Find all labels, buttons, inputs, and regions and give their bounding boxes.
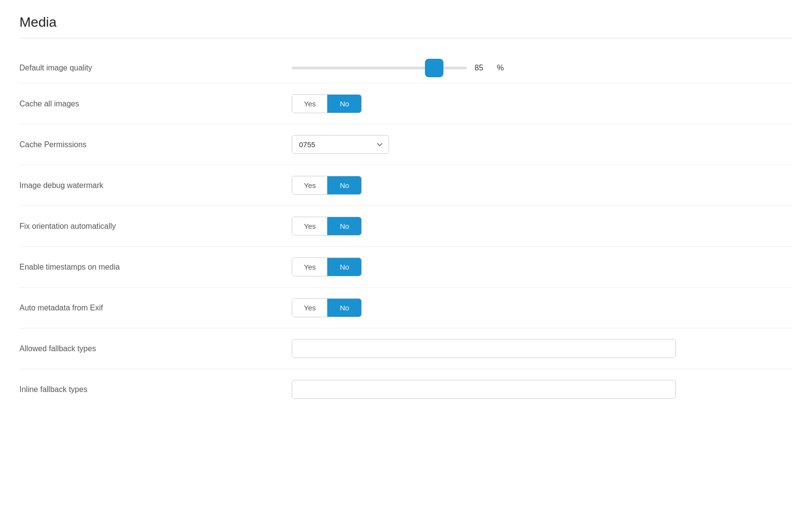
toggle-group-auto-metadata-from-exif: Yes No [292, 298, 362, 317]
input-inline-fallback-types[interactable] [292, 380, 676, 399]
row-auto-metadata-from-exif: Auto metadata from Exif Yes No [19, 288, 793, 328]
slider-unit-display: % [497, 64, 504, 72]
section-divider [19, 38, 793, 38]
row-cache-all-images: Cache all images Yes No [19, 84, 793, 124]
label-inline-fallback-types: Inline fallback types [19, 385, 292, 394]
toggle-no-enable-timestamps-on-media[interactable]: No [327, 258, 361, 276]
control-enable-timestamps-on-media: Yes No [292, 257, 362, 276]
label-enable-timestamps-on-media: Enable timestamps on media [19, 263, 292, 272]
toggle-yes-cache-all-images[interactable]: Yes [292, 95, 327, 113]
toggle-group-cache-all-images: Yes No [292, 94, 362, 113]
toggle-yes-fix-orientation-automatically[interactable]: Yes [292, 217, 327, 235]
row-inline-fallback-types: Inline fallback types [19, 369, 793, 410]
input-allowed-fallback-types[interactable] [292, 339, 676, 358]
toggle-no-image-debug-watermark[interactable]: No [327, 176, 361, 194]
toggle-no-fix-orientation-automatically[interactable]: No [327, 217, 361, 235]
label-cache-permissions: Cache Permissions [19, 140, 292, 149]
toggle-yes-enable-timestamps-on-media[interactable]: Yes [292, 258, 327, 276]
row-cache-permissions: Cache Permissions 0644 0755 0777 [19, 124, 793, 165]
toggle-group-enable-timestamps-on-media: Yes No [292, 257, 362, 276]
label-cache-all-images: Cache all images [19, 100, 292, 108]
toggle-group-image-debug-watermark: Yes No [292, 176, 362, 195]
control-cache-permissions: 0644 0755 0777 [292, 135, 389, 154]
dropdown-cache-permissions[interactable]: 0644 0755 0777 [292, 135, 389, 154]
toggle-yes-auto-metadata-from-exif[interactable]: Yes [292, 299, 327, 317]
control-inline-fallback-types [292, 380, 676, 399]
row-enable-timestamps-on-media: Enable timestamps on media Yes No [19, 247, 793, 288]
slider-default-image-quality[interactable] [292, 67, 467, 69]
toggle-no-cache-all-images[interactable]: No [327, 95, 361, 113]
toggle-yes-image-debug-watermark[interactable]: Yes [292, 176, 327, 194]
control-image-debug-watermark: Yes No [292, 176, 362, 195]
page-container: Media Default image quality 85 % Cache a… [0, 0, 812, 424]
label-default-image-quality: Default image quality [19, 64, 292, 72]
row-default-image-quality: Default image quality 85 % [19, 53, 793, 84]
control-auto-metadata-from-exif: Yes No [292, 298, 362, 317]
toggle-no-auto-metadata-from-exif[interactable]: No [327, 299, 361, 317]
row-fix-orientation-automatically: Fix orientation automatically Yes No [19, 206, 793, 247]
control-allowed-fallback-types [292, 339, 676, 358]
label-image-debug-watermark: Image debug watermark [19, 181, 292, 190]
control-fix-orientation-automatically: Yes No [292, 217, 362, 236]
control-default-image-quality: 85 % [292, 64, 504, 72]
page-title: Media [19, 15, 793, 30]
control-cache-all-images: Yes No [292, 94, 362, 113]
settings-list: Default image quality 85 % Cache all ima… [19, 53, 793, 410]
toggle-group-fix-orientation-automatically: Yes No [292, 217, 362, 236]
slider-value-display: 85 [475, 64, 489, 72]
label-auto-metadata-from-exif: Auto metadata from Exif [19, 304, 292, 312]
row-allowed-fallback-types: Allowed fallback types [19, 328, 793, 369]
row-image-debug-watermark: Image debug watermark Yes No [19, 165, 793, 206]
label-fix-orientation-automatically: Fix orientation automatically [19, 222, 292, 231]
label-allowed-fallback-types: Allowed fallback types [19, 344, 292, 353]
